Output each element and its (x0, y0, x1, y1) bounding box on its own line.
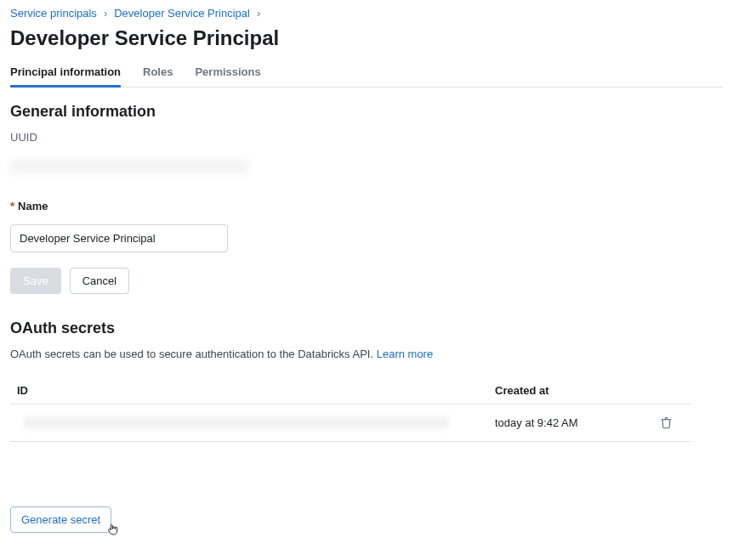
save-button: Save (10, 268, 61, 294)
chevron-right-icon: › (102, 7, 109, 20)
column-header-created-at: Created at (495, 384, 656, 397)
breadcrumb-root[interactable]: Service principals (10, 7, 97, 20)
secret-created-at: today at 9:42 AM (495, 416, 656, 429)
tab-principal-information[interactable]: Principal information (10, 59, 121, 87)
trash-icon (660, 416, 673, 429)
table-row: today at 9:42 AM (10, 404, 690, 442)
breadcrumb: Service principals › Developer Service P… (10, 7, 723, 20)
oauth-secrets-table: ID Created at today at 9:42 AM (10, 377, 690, 442)
name-input[interactable] (10, 224, 228, 252)
cancel-button[interactable]: Cancel (70, 268, 129, 294)
breadcrumb-current[interactable]: Developer Service Principal (114, 7, 250, 20)
secret-id-redacted (24, 416, 449, 429)
name-label: *Name (10, 200, 723, 212)
generate-secret-button[interactable]: Generate secret (10, 506, 111, 533)
page-title: Developer Service Principal (10, 26, 723, 50)
tab-roles[interactable]: Roles (143, 59, 173, 87)
required-asterisk: * (10, 200, 14, 212)
column-header-id: ID (10, 384, 495, 397)
learn-more-link[interactable]: Learn more (377, 348, 433, 360)
oauth-description: OAuth secrets can be used to secure auth… (10, 348, 723, 360)
oauth-secrets-heading: OAuth secrets (10, 320, 723, 337)
general-information-heading: General information (10, 103, 723, 121)
tabs: Principal information Roles Permissions (10, 59, 723, 88)
uuid-label: UUID (10, 131, 723, 144)
tab-permissions[interactable]: Permissions (195, 59, 260, 87)
uuid-value-redacted (10, 159, 248, 174)
delete-secret-button[interactable] (656, 413, 676, 433)
chevron-right-icon: › (255, 7, 262, 20)
